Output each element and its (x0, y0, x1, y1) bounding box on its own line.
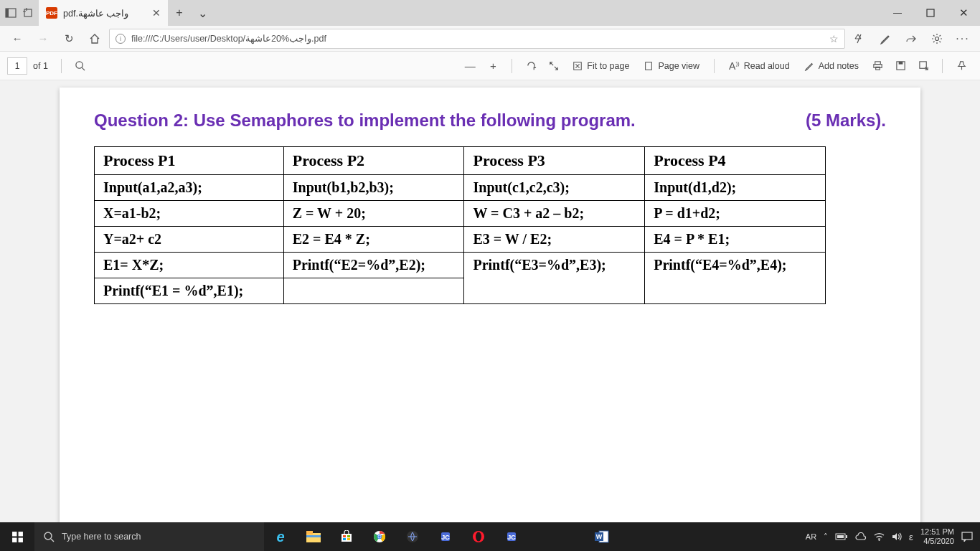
save-button[interactable] (889, 55, 912, 77)
forward-button[interactable]: → (32, 27, 55, 50)
search-icon (43, 531, 55, 542)
search-placeholder: Type here to search (62, 532, 141, 542)
tab-title: pdf.واجب عاشهة (63, 8, 128, 19)
svg-rect-42 (846, 535, 847, 538)
cloud-icon[interactable] (855, 532, 867, 541)
taskbar-store-icon[interactable] (330, 522, 363, 551)
addnotes-label: Add notes (819, 61, 859, 71)
settings-icon[interactable] (925, 27, 948, 50)
tabs-dropdown-icon[interactable]: ⌄ (191, 0, 214, 26)
more-icon[interactable]: ··· (951, 27, 974, 50)
address-bar: ← → ↻ i file:///C:/Users/user/Desktop/وا… (0, 26, 980, 52)
page-number-input[interactable]: 1 (7, 57, 27, 75)
notifications-icon[interactable] (961, 532, 973, 542)
volume-icon[interactable] (892, 532, 902, 541)
taskbar: Type here to search e JC JC W AR ˄ ε 12:… (0, 522, 980, 551)
svg-rect-7 (646, 62, 652, 70)
reading-list-icon[interactable] (848, 27, 871, 50)
share-icon[interactable] (900, 27, 923, 50)
svg-point-4 (936, 37, 939, 40)
svg-rect-1 (6, 9, 9, 17)
svg-rect-21 (306, 535, 321, 537)
taskbar-app1-icon[interactable] (396, 522, 429, 551)
close-window-button[interactable]: ✕ (947, 0, 980, 26)
add-notes-button[interactable]: Add notes (797, 55, 866, 77)
close-tab-icon[interactable]: ✕ (152, 7, 161, 19)
pdf-viewport[interactable]: Question 2: Use Semaphores to implement … (0, 80, 980, 522)
site-info-icon[interactable]: i (116, 34, 126, 44)
taskbar-edge-icon[interactable]: e (264, 522, 297, 551)
taskbar-opera-icon[interactable] (462, 522, 495, 551)
minimize-button[interactable]: — (881, 0, 914, 26)
page-view-button[interactable]: Page view (636, 55, 707, 77)
notes-icon[interactable] (874, 27, 897, 50)
taskbar-app2-icon[interactable]: JC (429, 522, 462, 551)
table-row: Input(a1,a2,a3);Input(b1,b2,b3);Input(c1… (95, 175, 826, 201)
svg-rect-14 (12, 532, 17, 536)
pageview-icon (644, 61, 654, 71)
col-header: Process P4 (645, 147, 826, 175)
window-titlebar: PDF pdf.واجب عاشهة ✕ + ⌄ — ✕ (0, 0, 980, 26)
back-button[interactable]: ← (6, 27, 29, 50)
find-icon[interactable] (69, 55, 92, 77)
wifi-icon[interactable] (874, 532, 885, 541)
svg-rect-15 (18, 532, 22, 536)
pdf-toolbar: 1 of 1 — + Fit to page Page view A)) Rea… (0, 52, 980, 80)
svg-rect-23 (343, 535, 346, 537)
svg-text:JC: JC (507, 534, 516, 541)
taskbar-app3-icon[interactable]: JC (495, 522, 528, 551)
pdf-page: Question 2: Use Semaphores to implement … (60, 88, 920, 522)
home-button[interactable] (83, 27, 106, 50)
taskbar-chrome-icon[interactable] (363, 522, 396, 551)
url-field[interactable]: i file:///C:/Users/user/Desktop/واجب%20ع… (109, 29, 845, 49)
tab-aside-icon[interactable] (4, 6, 17, 19)
maximize-button[interactable] (914, 0, 947, 26)
start-button[interactable] (0, 531, 34, 543)
question-title: Question 2: Use Semaphores to implement … (94, 110, 636, 131)
print-button[interactable] (866, 55, 889, 77)
window-controls: — ✕ (881, 0, 980, 26)
clock[interactable]: 12:51 PM 4/5/2020 (920, 527, 954, 545)
browser-tab[interactable]: PDF pdf.واجب عاشهة ✕ (39, 0, 168, 26)
svg-point-18 (44, 532, 52, 540)
page-count-label: of 1 (33, 61, 48, 71)
tab-actions (0, 0, 39, 26)
time-text: 12:51 PM (920, 527, 954, 537)
process-table: Process P1 Process P2 Process P3 Process… (94, 146, 826, 304)
pin-toolbar-icon[interactable] (950, 55, 973, 77)
taskbar-explorer-icon[interactable] (297, 522, 330, 551)
tray-chevron-icon[interactable]: ˄ (824, 532, 828, 542)
ime-indicator[interactable]: ε (909, 532, 913, 542)
svg-rect-45 (962, 532, 972, 540)
zoom-out-button[interactable]: — (458, 55, 481, 77)
readaloud-icon: A)) (729, 60, 740, 72)
svg-rect-3 (927, 9, 934, 17)
system-tray: AR ˄ ε 12:51 PM 4/5/2020 (798, 527, 980, 545)
svg-rect-26 (347, 538, 350, 540)
saveas-button[interactable] (912, 55, 935, 77)
tab-restore-icon[interactable] (22, 6, 34, 19)
taskbar-word-icon[interactable]: W (585, 522, 618, 551)
url-text: file:///C:/Users/user/Desktop/واجب%20عاش… (131, 33, 326, 44)
svg-point-5 (76, 62, 83, 68)
col-header: Process P3 (464, 147, 645, 175)
refresh-button[interactable]: ↻ (57, 27, 80, 50)
taskbar-search[interactable]: Type here to search (34, 522, 264, 551)
new-tab-button[interactable]: + (168, 0, 191, 26)
language-indicator[interactable]: AR (806, 532, 816, 541)
fullscreen-icon[interactable] (542, 55, 565, 77)
svg-rect-2 (24, 9, 32, 17)
readaloud-label: Read aloud (744, 61, 790, 71)
svg-text:JC: JC (441, 534, 450, 541)
fit-label: Fit to page (587, 61, 629, 71)
fit-to-page-button[interactable]: Fit to page (565, 55, 636, 77)
rotate-button[interactable] (519, 55, 542, 77)
read-aloud-button[interactable]: A)) Read aloud (722, 55, 797, 77)
fit-icon (573, 61, 583, 71)
date-text: 4/5/2020 (920, 537, 954, 546)
zoom-in-button[interactable]: + (481, 55, 504, 77)
battery-icon[interactable] (835, 532, 848, 541)
col-header: Process P2 (283, 147, 464, 175)
favorite-icon[interactable]: ☆ (829, 33, 839, 44)
svg-rect-16 (12, 537, 17, 542)
